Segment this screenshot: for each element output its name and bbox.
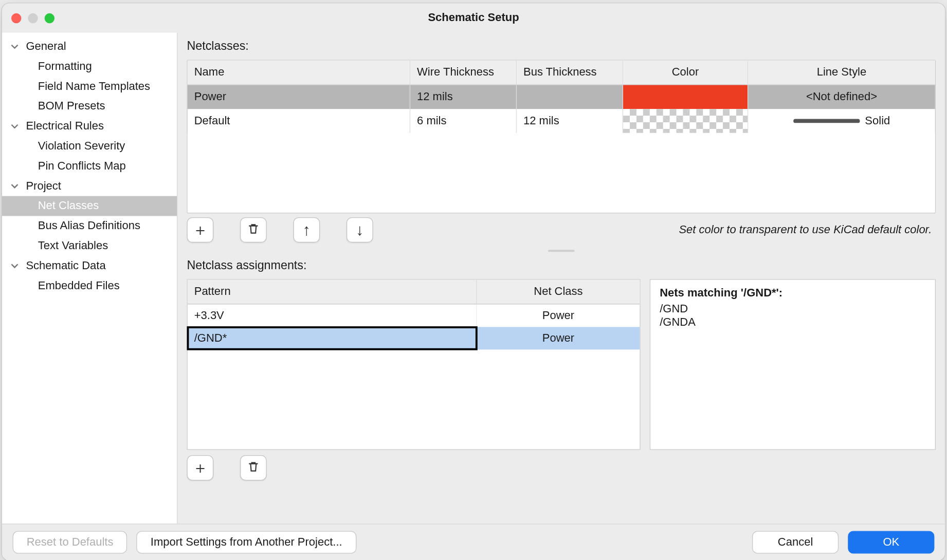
cancel-button[interactable]: Cancel bbox=[752, 531, 839, 554]
delete-netclass-button[interactable] bbox=[240, 217, 267, 242]
netclasses-label: Netclasses: bbox=[177, 32, 945, 60]
col-name[interactable]: Name bbox=[188, 61, 410, 85]
col-bus[interactable]: Bus Thickness bbox=[517, 61, 623, 85]
import-settings-button[interactable]: Import Settings from Another Project... bbox=[137, 531, 356, 554]
assignments-area: Pattern Net Class +3.3V Power /GND* Powe… bbox=[177, 279, 945, 450]
table-empty-area bbox=[188, 349, 640, 449]
trash-icon bbox=[247, 459, 260, 477]
netclasses-toolbar: ＋ ↑ ↓ Set color to transparent to use Ki… bbox=[177, 213, 945, 249]
netclass-row-power[interactable]: Power 12 mils <Not defined> bbox=[188, 85, 935, 109]
assignment-row-selected[interactable]: /GND* Power bbox=[188, 327, 640, 349]
tree-group-general[interactable]: General bbox=[2, 36, 177, 57]
netclasses-table[interactable]: Name Wire Thickness Bus Thickness Color … bbox=[187, 60, 936, 213]
matching-net-item: /GNDA bbox=[660, 315, 925, 329]
tree-item-formatting[interactable]: Formatting bbox=[2, 57, 177, 77]
move-down-button[interactable]: ↓ bbox=[347, 217, 373, 242]
netclass-row-default[interactable]: Default 6 mils 12 mils Solid bbox=[188, 109, 935, 133]
tree-item-bus-alias-definitions[interactable]: Bus Alias Definitions bbox=[2, 216, 177, 236]
chevron-down-icon bbox=[10, 181, 19, 191]
chevron-down-icon bbox=[10, 42, 19, 51]
tree-group-project[interactable]: Project bbox=[2, 176, 177, 196]
plus-icon: ＋ bbox=[192, 219, 208, 240]
tree-item-bom-presets[interactable]: BOM Presets bbox=[2, 97, 177, 117]
tree-item-field-name-templates[interactable]: Field Name Templates bbox=[2, 77, 177, 97]
main-panel: Netclasses: Name Wire Thickness Bus Thic… bbox=[177, 32, 945, 524]
plus-icon: ＋ bbox=[192, 457, 208, 478]
color-hint: Set color to transparent to use KiCad de… bbox=[679, 223, 936, 237]
assignments-toolbar: ＋ bbox=[177, 450, 945, 487]
dialog-body: General Formatting Field Name Templates … bbox=[2, 32, 945, 524]
col-wire[interactable]: Wire Thickness bbox=[410, 61, 517, 85]
col-color[interactable]: Color bbox=[623, 61, 748, 85]
color-cell[interactable] bbox=[623, 85, 748, 109]
table-empty-area bbox=[188, 133, 935, 213]
tree-group-electrical-rules[interactable]: Electrical Rules bbox=[2, 116, 177, 136]
line-style-solid-icon bbox=[793, 119, 860, 123]
ok-button[interactable]: OK bbox=[848, 531, 934, 554]
schematic-setup-window: Schematic Setup General Formatting Field… bbox=[2, 3, 946, 560]
assignments-header: Pattern Net Class bbox=[188, 280, 640, 305]
col-pattern[interactable]: Pattern bbox=[188, 280, 477, 304]
chevron-down-icon bbox=[10, 261, 19, 270]
window-title: Schematic Setup bbox=[2, 11, 945, 25]
matching-net-item: /GND bbox=[660, 303, 925, 316]
tree-item-net-classes[interactable]: Net Classes bbox=[2, 196, 177, 216]
tree-item-violation-severity[interactable]: Violation Severity bbox=[2, 136, 177, 156]
assignments-table[interactable]: Pattern Net Class +3.3V Power /GND* Powe… bbox=[187, 279, 640, 450]
color-cell[interactable] bbox=[623, 109, 748, 133]
tree-item-embedded-files[interactable]: Embedded Files bbox=[2, 276, 177, 296]
delete-assignment-button[interactable] bbox=[240, 455, 267, 480]
netclasses-header: Name Wire Thickness Bus Thickness Color … bbox=[188, 61, 935, 85]
trash-icon bbox=[247, 220, 260, 239]
tree-item-pin-conflicts-map[interactable]: Pin Conflicts Map bbox=[2, 156, 177, 176]
tree-group-schematic-data[interactable]: Schematic Data bbox=[2, 256, 177, 276]
arrow-up-icon: ↑ bbox=[303, 220, 311, 239]
titlebar: Schematic Setup bbox=[2, 3, 945, 32]
color-swatch-transparent-icon bbox=[623, 109, 748, 133]
assignment-row[interactable]: +3.3V Power bbox=[188, 304, 640, 327]
settings-tree[interactable]: General Formatting Field Name Templates … bbox=[2, 32, 177, 524]
reset-defaults-button[interactable]: Reset to Defaults bbox=[13, 531, 128, 554]
add-assignment-button[interactable]: ＋ bbox=[187, 455, 213, 480]
dialog-footer: Reset to Defaults Import Settings from A… bbox=[2, 524, 945, 560]
assignments-label: Netclass assignments: bbox=[177, 252, 945, 279]
arrow-down-icon: ↓ bbox=[356, 220, 364, 239]
col-line[interactable]: Line Style bbox=[748, 61, 935, 85]
matching-nets-panel: Nets matching '/GND*': /GND /GNDA bbox=[650, 279, 936, 450]
color-swatch-icon bbox=[623, 85, 748, 109]
chevron-down-icon bbox=[10, 122, 19, 131]
col-netclass[interactable]: Net Class bbox=[477, 280, 640, 304]
move-up-button[interactable]: ↑ bbox=[293, 217, 320, 242]
matching-nets-title: Nets matching '/GND*': bbox=[660, 287, 925, 300]
add-netclass-button[interactable]: ＋ bbox=[187, 217, 213, 242]
tree-item-text-variables[interactable]: Text Variables bbox=[2, 236, 177, 256]
